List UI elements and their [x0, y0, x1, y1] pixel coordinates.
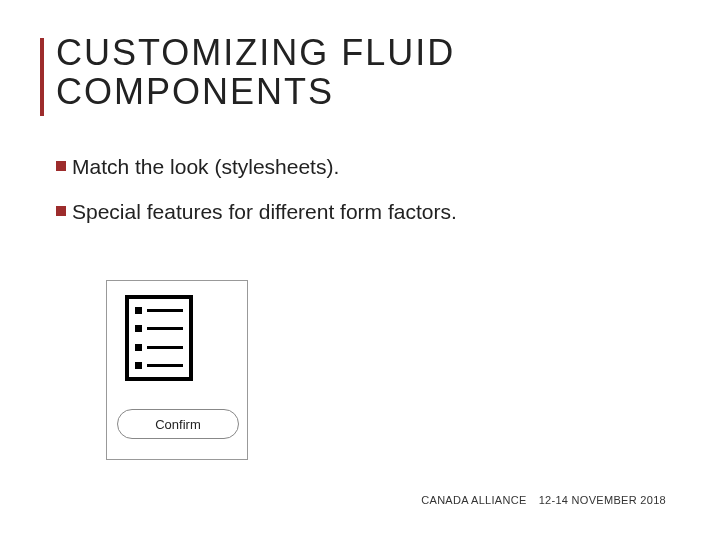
confirm-button[interactable]: Confirm — [117, 409, 239, 439]
bullet-text: Special features for different form fact… — [72, 197, 457, 226]
page-title: CUSTOMIZING FLUID COMPONENTS — [40, 34, 720, 112]
slide: CUSTOMIZING FLUID COMPONENTS Match the l… — [0, 0, 720, 540]
list-icon — [125, 295, 193, 381]
bullet-item: Match the look (stylesheets). — [56, 152, 660, 181]
title-block: CUSTOMIZING FLUID COMPONENTS — [40, 34, 720, 112]
bullet-item: Special features for different form fact… — [56, 197, 660, 226]
footer-org: CANADA ALLIANCE — [421, 494, 526, 506]
list-icon-row — [135, 307, 183, 314]
bullet-icon — [56, 161, 66, 171]
bullet-icon — [56, 206, 66, 216]
bullet-text: Match the look (stylesheets). — [72, 152, 339, 181]
mockup-panel: Confirm — [106, 280, 248, 460]
list-icon-row — [135, 325, 183, 332]
list-icon-row — [135, 362, 183, 369]
list-icon-row — [135, 344, 183, 351]
bullet-list: Match the look (stylesheets). Special fe… — [56, 152, 660, 243]
footer-date: 12-14 NOVEMBER 2018 — [539, 494, 666, 506]
accent-bar — [40, 38, 44, 116]
footer: CANADA ALLIANCE12-14 NOVEMBER 2018 — [421, 494, 666, 506]
